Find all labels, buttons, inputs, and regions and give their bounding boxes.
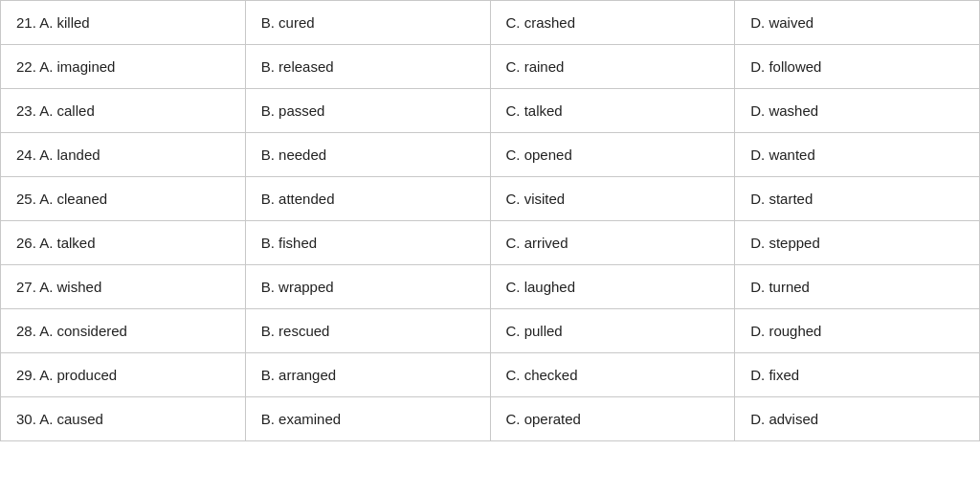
cell-29-a: 29. A. produced — [1, 353, 246, 397]
cell-23-b: B. passed — [245, 89, 490, 133]
cell-28-d: D. roughed — [735, 309, 980, 353]
cell-26-d: D. stepped — [735, 221, 980, 265]
cell-26-b: B. fished — [245, 221, 490, 265]
table-row: 27. A. wishedB. wrappedC. laughedD. turn… — [1, 265, 980, 309]
table-row: 26. A. talkedB. fishedC. arrivedD. stepp… — [1, 221, 980, 265]
table-row: 22. A. imaginedB. releasedC. rainedD. fo… — [1, 45, 980, 89]
table-row: 25. A. cleanedB. attendedC. visitedD. st… — [1, 177, 980, 221]
cell-26-a: 26. A. talked — [1, 221, 246, 265]
cell-21-b: B. cured — [245, 1, 490, 45]
cell-29-c: C. checked — [490, 353, 735, 397]
quiz-table: 21. A. killedB. curedC. crashedD. waived… — [0, 0, 980, 441]
cell-21-d: D. waived — [735, 1, 980, 45]
cell-27-d: D. turned — [735, 265, 980, 309]
table-row: 29. A. producedB. arrangedC. checkedD. f… — [1, 353, 980, 397]
table-row: 28. A. consideredB. rescuedC. pulledD. r… — [1, 309, 980, 353]
cell-28-a: 28. A. considered — [1, 309, 246, 353]
quiz-table-container: 21. A. killedB. curedC. crashedD. waived… — [0, 0, 980, 496]
cell-28-b: B. rescued — [245, 309, 490, 353]
cell-24-b: B. needed — [245, 133, 490, 177]
cell-23-a: 23. A. called — [1, 89, 246, 133]
table-row: 23. A. calledB. passedC. talkedD. washed — [1, 89, 980, 133]
cell-29-b: B. arranged — [245, 353, 490, 397]
cell-27-a: 27. A. wished — [1, 265, 246, 309]
cell-24-d: D. wanted — [735, 133, 980, 177]
cell-22-b: B. released — [245, 45, 490, 89]
cell-22-c: C. rained — [490, 45, 735, 89]
cell-21-c: C. crashed — [490, 1, 735, 45]
cell-25-d: D. started — [735, 177, 980, 221]
cell-23-c: C. talked — [490, 89, 735, 133]
cell-30-c: C. operated — [490, 397, 735, 441]
cell-27-c: C. laughed — [490, 265, 735, 309]
table-row: 30. A. causedB. examinedC. operatedD. ad… — [1, 397, 980, 441]
cell-24-a: 24. A. landed — [1, 133, 246, 177]
cell-25-a: 25. A. cleaned — [1, 177, 246, 221]
cell-23-d: D. washed — [735, 89, 980, 133]
cell-30-b: B. examined — [245, 397, 490, 441]
table-row: 21. A. killedB. curedC. crashedD. waived — [1, 1, 980, 45]
cell-26-c: C. arrived — [490, 221, 735, 265]
cell-29-d: D. fixed — [735, 353, 980, 397]
cell-21-a: 21. A. killed — [1, 1, 246, 45]
cell-22-d: D. followed — [735, 45, 980, 89]
cell-27-b: B. wrapped — [245, 265, 490, 309]
cell-22-a: 22. A. imagined — [1, 45, 246, 89]
cell-24-c: C. opened — [490, 133, 735, 177]
cell-25-b: B. attended — [245, 177, 490, 221]
cell-30-d: D. advised — [735, 397, 980, 441]
cell-30-a: 30. A. caused — [1, 397, 246, 441]
cell-28-c: C. pulled — [490, 309, 735, 353]
cell-25-c: C. visited — [490, 177, 735, 221]
table-row: 24. A. landedB. neededC. openedD. wanted — [1, 133, 980, 177]
